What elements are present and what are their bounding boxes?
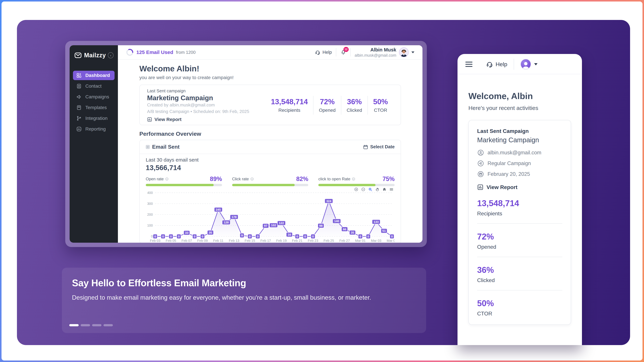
svg-text:Feb 13: Feb 13 xyxy=(229,239,239,243)
chevron-down-icon[interactable] xyxy=(534,63,538,65)
zoom-selection-icon[interactable] xyxy=(368,187,372,192)
zoom-in-icon[interactable] xyxy=(354,187,358,192)
divider xyxy=(350,48,351,56)
stat-value: 50% xyxy=(477,299,562,308)
stat-clicked: 36% Clicked xyxy=(341,97,368,113)
carousel-dot-4[interactable] xyxy=(104,324,113,326)
sidebar-item-contact[interactable]: Contact xyxy=(73,81,114,91)
svg-text:Feb 15: Feb 15 xyxy=(245,239,255,243)
mobile-help-button[interactable]: Help xyxy=(486,60,507,68)
mobile-stat-opened: 72% Opened xyxy=(477,232,562,250)
app-window: Mailzzy ‹ Dashboard xyxy=(70,45,422,243)
sidebar-menu: Dashboard Contact xyxy=(73,71,114,134)
carousel-dot-3[interactable] xyxy=(92,324,102,326)
usage-donut-icon xyxy=(126,48,134,56)
view-report-button[interactable]: View Report xyxy=(147,117,249,122)
progress-track xyxy=(232,184,308,186)
rate-label: Open rate xyxy=(146,177,164,181)
menu-icon[interactable] xyxy=(389,187,394,192)
svg-text:Feb 25: Feb 25 xyxy=(324,239,334,243)
stat-ctor: 50% CTOR xyxy=(368,97,393,113)
pan-icon[interactable] xyxy=(375,187,380,192)
svg-text:Feb 27: Feb 27 xyxy=(339,239,350,243)
svg-text:51: 51 xyxy=(382,229,386,233)
campaign-eyebrow: Last Sent campaign xyxy=(147,88,249,93)
stat-value: 36% xyxy=(477,265,562,275)
home-icon[interactable] xyxy=(382,187,386,192)
sidebar-item-integration[interactable]: Integration xyxy=(73,114,114,123)
svg-text:200: 200 xyxy=(147,213,153,216)
info-icon[interactable] xyxy=(165,177,169,181)
hamburger-menu-icon[interactable] xyxy=(466,62,472,67)
svg-text:Mar 03: Mar 03 xyxy=(371,239,381,243)
user-menu[interactable]: Albin Musk albin.musk@gmail.com xyxy=(355,47,414,58)
svg-text:300: 300 xyxy=(147,202,153,205)
sidebar-item-dashboard[interactable]: Dashboard xyxy=(73,71,114,80)
report-icon xyxy=(477,184,484,190)
svg-text:0: 0 xyxy=(194,235,196,238)
logo: Mailzzy ‹ xyxy=(73,50,114,61)
carousel-dot-1[interactable] xyxy=(69,324,79,326)
sidebar-item-templates[interactable]: Templates xyxy=(73,103,114,112)
sidebar-collapse-button[interactable]: ‹ xyxy=(108,52,114,58)
usage-total: from 1200 xyxy=(176,50,196,55)
stat-label: Opened xyxy=(477,244,562,250)
legend-toggle[interactable] xyxy=(146,145,150,149)
campaign-info: Last Sent campaign Marketing Campaign Cr… xyxy=(147,88,249,122)
svg-text:Feb 05: Feb 05 xyxy=(166,239,176,243)
svg-text:Feb 07: Feb 07 xyxy=(182,239,192,243)
info-icon[interactable] xyxy=(250,177,254,181)
mobile-view-report-button[interactable]: View Report xyxy=(477,184,562,190)
outer-frame: Mailzzy ‹ Dashboard xyxy=(2,1,642,361)
report-icon xyxy=(147,117,152,122)
svg-text:35: 35 xyxy=(209,231,212,234)
select-date-button[interactable]: Select Date xyxy=(363,144,394,149)
sidebar-item-campaigns[interactable]: Campaigns xyxy=(73,92,114,102)
email-sent-chart: 0100200300400Feb 03Feb 05Feb 07Feb 09Feb… xyxy=(146,187,394,243)
last30-label: Last 30 days email sent xyxy=(146,157,394,163)
avatar-photo xyxy=(399,48,408,57)
info-text: albin.musk@gmail.com xyxy=(488,150,541,156)
svg-text:Mar 05: Mar 05 xyxy=(387,239,394,243)
svg-text:245: 245 xyxy=(216,208,221,211)
divider xyxy=(477,257,562,257)
sidebar-item-reporting[interactable]: Reporting xyxy=(73,124,114,134)
megaphone-icon xyxy=(76,94,82,99)
carousel-dot-2[interactable] xyxy=(81,324,90,326)
info-icon[interactable] xyxy=(352,177,355,181)
sidebar-item-label: Integration xyxy=(85,116,108,121)
sidebar-item-label: Reporting xyxy=(85,126,106,132)
view-report-label: View Report xyxy=(154,117,182,122)
svg-text:0: 0 xyxy=(170,235,172,238)
user-info: Albin Musk albin.musk@gmail.com xyxy=(355,47,396,58)
svg-text:0: 0 xyxy=(296,235,298,238)
mobile-stat-clicked: 36% Clicked xyxy=(477,265,562,283)
megaphone-icon xyxy=(477,160,484,167)
hero-subtitle: Designed to make email marketing easy fo… xyxy=(72,294,416,301)
avatar xyxy=(399,47,409,57)
notifications-button[interactable]: 12 xyxy=(340,49,346,56)
chevron-down-icon xyxy=(412,51,414,53)
stat-opened: 72% Opened xyxy=(314,97,341,113)
line-chart[interactable]: 0100200300400Feb 03Feb 05Feb 07Feb 09Feb… xyxy=(146,187,394,243)
mobile-avatar[interactable] xyxy=(520,59,531,69)
stat-label: Clicked xyxy=(347,108,362,113)
stat-recipients: 13,548,714 Recipients xyxy=(266,97,313,113)
campaign-created-by: Created by albin.musk@gmail.com xyxy=(147,102,249,108)
divider xyxy=(336,48,336,56)
svg-text:102: 102 xyxy=(271,224,276,227)
stat-value: 36% xyxy=(347,97,362,106)
mobile-welcome-subtitle: Here's your recent activities xyxy=(468,105,571,111)
sidebar-item-label: Campaigns xyxy=(85,94,109,99)
info-row-email: albin.musk@gmail.com xyxy=(477,149,562,156)
svg-text:Feb 19: Feb 19 xyxy=(276,239,286,243)
mobile-body: Welcome, Albin Here's your recent activi… xyxy=(458,91,582,325)
hero-title: Say Hello to Effortless Email Marketing xyxy=(72,277,416,289)
integration-icon xyxy=(76,116,82,121)
reporting-icon xyxy=(76,126,82,132)
help-button[interactable]: Help xyxy=(315,49,332,55)
svg-text:9: 9 xyxy=(241,234,243,237)
zoom-out-icon[interactable] xyxy=(361,187,366,192)
svg-text:0: 0 xyxy=(368,235,369,238)
campaign-title: Marketing Campaign xyxy=(147,94,249,102)
